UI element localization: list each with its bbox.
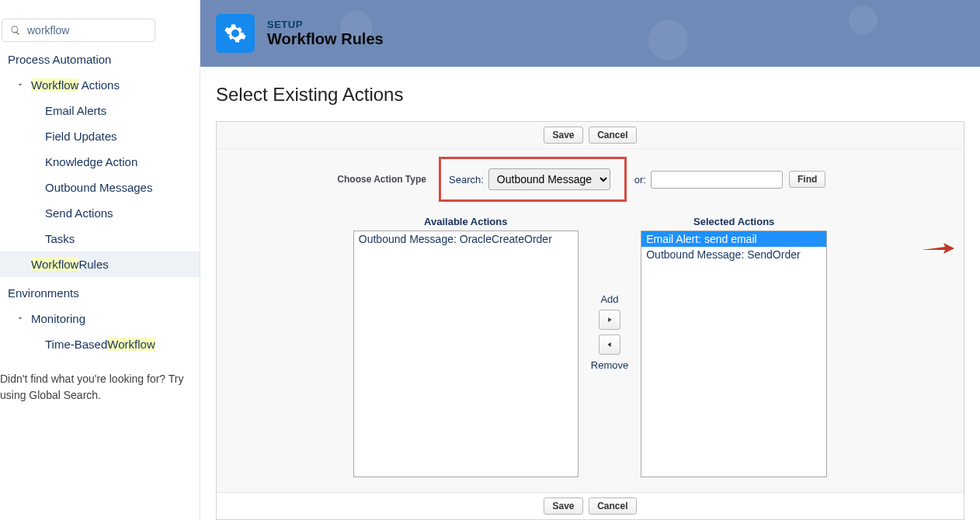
quick-find-box[interactable]	[2, 19, 155, 42]
add-button[interactable]	[599, 310, 620, 330]
actions-panel: Save Cancel Choose Action Type Search: O…	[216, 121, 964, 520]
nav-item-time-based-workflow[interactable]: Time-Based Workflow	[0, 331, 200, 357]
selected-actions-title: Selected Actions	[693, 216, 774, 227]
cancel-button[interactable]: Cancel	[589, 127, 636, 144]
action-type-select[interactable]: Outbound Message	[488, 168, 610, 190]
nav-group-monitoring[interactable]: Monitoring	[0, 306, 200, 331]
annotation-arrow-icon	[922, 242, 954, 257]
for-input[interactable]	[651, 171, 783, 189]
chevron-down-icon	[16, 78, 25, 92]
nav-item-knowledge-action[interactable]: Knowledge Action	[0, 149, 200, 175]
bottom-button-row: Save Cancel	[217, 492, 964, 519]
list-item[interactable]: Outbound Message: SendOrder	[641, 247, 826, 262]
find-button[interactable]: Find	[789, 171, 825, 188]
available-actions-list[interactable]: Outbound Message: OracleCreateOrder	[353, 231, 579, 477]
nav-group-workflow-actions[interactable]: Workflow Actions	[0, 72, 200, 98]
arrow-left-icon	[606, 340, 613, 349]
page-header: SETUP Workflow Rules	[200, 0, 980, 67]
arrow-right-icon	[606, 315, 613, 324]
nav-item-field-updates[interactable]: Field Updates	[0, 123, 200, 149]
quick-find-input[interactable]	[27, 24, 147, 36]
top-button-row: Save Cancel	[217, 122, 964, 149]
save-button-bottom[interactable]: Save	[544, 497, 582, 515]
section-heading: Select Existing Actions	[216, 84, 964, 106]
nav-section-environments: Environments	[0, 277, 200, 306]
cancel-button-bottom[interactable]: Cancel	[589, 497, 636, 515]
selected-actions-list[interactable]: Email Alert: send email Outbound Message…	[641, 231, 827, 477]
list-item[interactable]: Outbound Message: OracleCreateOrder	[354, 231, 578, 247]
save-button[interactable]: Save	[544, 127, 582, 144]
nav-item-outbound-messages[interactable]: Outbound Messages	[0, 175, 200, 200]
main-content: SETUP Workflow Rules Select Existing Act…	[200, 0, 980, 520]
search-highlight-box: Search: Outbound Message	[439, 157, 627, 202]
choose-action-type-label: Choose Action Type	[217, 174, 434, 185]
nav-item-email-alerts[interactable]: Email Alerts	[0, 98, 200, 123]
nav-item-send-actions[interactable]: Send Actions	[0, 200, 200, 226]
page-title: Workflow Rules	[267, 30, 384, 48]
search-icon	[10, 25, 21, 36]
nav-item-tasks[interactable]: Tasks	[0, 226, 200, 251]
add-label: Add	[600, 293, 618, 305]
setup-label: SETUP	[267, 19, 384, 30]
remove-label: Remove	[591, 359, 628, 371]
not-found-text: Didn't find what you're looking for? Try…	[0, 357, 200, 404]
search-label: Search:	[449, 174, 484, 185]
gear-icon	[216, 14, 255, 53]
setup-sidebar: Process Automation Workflow Actions Emai…	[0, 0, 200, 520]
nav-section-process-automation: Process Automation	[0, 50, 200, 72]
list-item[interactable]: Email Alert: send email	[641, 231, 826, 247]
available-actions-title: Available Actions	[424, 216, 507, 227]
nav-item-workflow-rules[interactable]: Workflow Rules	[0, 251, 200, 277]
for-label: or:	[634, 174, 646, 185]
remove-button[interactable]	[599, 335, 620, 355]
chevron-down-icon	[16, 312, 25, 325]
